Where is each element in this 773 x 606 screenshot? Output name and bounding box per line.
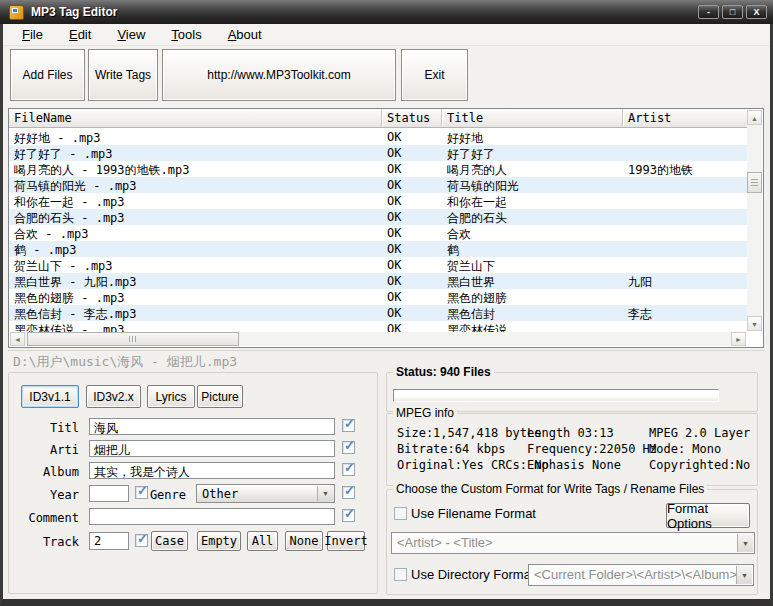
artist-apply-checkbox[interactable]: ✓	[342, 441, 355, 454]
menu-file[interactable]: File	[13, 25, 52, 44]
write-tags-button[interactable]: Write Tags	[88, 49, 158, 101]
table-row[interactable]: 合肥的石头 - .mp3OK合肥的石头	[9, 209, 747, 225]
table-row[interactable]: 喝月亮的人 - 1993的地铁.mp3OK喝月亮的人1993的地铁	[9, 161, 747, 177]
artist-label: Arti	[9, 443, 79, 457]
table-row[interactable]: 黑色的翅膀 - .mp3OK黑色的翅膀	[9, 289, 747, 305]
cell-title: 荷马镇的阳光	[442, 177, 623, 193]
cell-status: OK	[382, 161, 442, 177]
tab-picture[interactable]: Picture	[197, 385, 243, 408]
cell-status: OK	[382, 257, 442, 273]
cell-filename: 鹤 - .mp3	[9, 241, 382, 257]
table-row[interactable]: 贺兰山下 - .mp3OK贺兰山下	[9, 257, 747, 273]
table-row[interactable]: 黑白世界 - 九阳.mp3OK黑白世界九阳	[9, 273, 747, 289]
cell-artist: 九阳	[623, 273, 747, 289]
scroll-up-icon[interactable]: ▲	[747, 110, 762, 125]
column-header-title[interactable]: Title	[442, 109, 623, 127]
cell-filename: 黑色的翅膀 - .mp3	[9, 289, 382, 305]
maximize-button[interactable]: □	[722, 5, 743, 19]
mpeg-bitrate: Bitrate:64 kbps	[397, 442, 505, 456]
dropdown-arrow-icon[interactable]: ▼	[737, 534, 753, 552]
album-apply-checkbox[interactable]: ✓	[342, 463, 355, 476]
dropdown-arrow-icon[interactable]: ▼	[317, 486, 333, 501]
genre-dropdown[interactable]: Other ▼	[196, 484, 335, 503]
cell-filename: 合欢 - .mp3	[9, 225, 382, 241]
title-label: Titl	[9, 421, 79, 435]
comment-field[interactable]	[89, 508, 335, 525]
album-field[interactable]: 其实，我是个诗人	[89, 462, 335, 479]
table-row[interactable]: 黑色信封 - 李志.mp3OK黑色信封李志	[9, 305, 747, 321]
menu-view[interactable]: View	[108, 25, 154, 44]
progress-bar	[393, 389, 719, 402]
menu-about[interactable]: About	[219, 25, 271, 44]
none-button[interactable]: None	[285, 531, 323, 551]
cell-title: 合肥的石头	[442, 209, 623, 225]
format-options-button[interactable]: Format Options	[666, 503, 750, 528]
title-field[interactable]: 海风	[89, 418, 335, 435]
album-label: Album	[9, 465, 79, 479]
dropdown-arrow-icon[interactable]: ▼	[736, 566, 752, 584]
table-row[interactable]: 和你在一起 - .mp3OK和你在一起	[9, 193, 747, 209]
cell-status: OK	[382, 129, 442, 145]
menu-tools[interactable]: Tools	[162, 25, 210, 44]
file-table: FileName Status Title Artist 好好地 - .mp3O…	[8, 108, 764, 348]
empty-button[interactable]: Empty	[197, 531, 241, 551]
add-files-button[interactable]: Add Files	[10, 49, 85, 101]
menu-edit[interactable]: Edit	[60, 25, 100, 44]
column-header-artist[interactable]: Artist	[623, 109, 747, 127]
table-row[interactable]: 荷马镇的阳光 - .mp3OK荷马镇的阳光	[9, 177, 747, 193]
cell-status: OK	[382, 177, 442, 193]
track-apply-checkbox[interactable]: ✓	[135, 534, 148, 547]
cell-artist	[623, 289, 747, 305]
mpeg-length: Length 03:13	[527, 426, 614, 440]
comment-label: Comment	[9, 511, 79, 525]
scroll-right-icon[interactable]: ►	[731, 332, 746, 346]
year-field[interactable]	[89, 485, 129, 502]
cell-title: 和你在一起	[442, 193, 623, 209]
cell-status: OK	[382, 241, 442, 257]
title-bar[interactable]: MP3 Tag Editor - □ X	[0, 0, 773, 24]
column-header-filename[interactable]: FileName	[9, 109, 382, 127]
track-field[interactable]: 2	[89, 532, 129, 550]
vertical-scroll-thumb[interactable]	[747, 172, 762, 193]
case-button[interactable]: Case	[151, 531, 188, 551]
cell-status: OK	[382, 145, 442, 161]
genre-apply-checkbox[interactable]: ✓	[342, 486, 355, 499]
horizontal-scroll-thumb[interactable]	[27, 332, 239, 346]
artist-field[interactable]: 烟把儿	[89, 440, 335, 457]
exit-button[interactable]: Exit	[401, 49, 468, 101]
cell-status: OK	[382, 209, 442, 225]
genre-label: Genre	[139, 488, 186, 502]
horizontal-scrollbar[interactable]: ◄ ►	[10, 332, 746, 346]
table-row[interactable]: 好了好了 - .mp3OK好了好了	[9, 145, 747, 161]
window-controls: - □ X	[698, 5, 767, 19]
website-button[interactable]: http://www.MP3Toolkit.com	[162, 49, 396, 101]
title-apply-checkbox[interactable]: ✓	[342, 419, 355, 432]
tab-lyrics[interactable]: Lyrics	[147, 385, 195, 408]
use-filename-format-checkbox[interactable]	[394, 507, 407, 520]
scroll-down-icon[interactable]: ▼	[747, 316, 762, 331]
table-row[interactable]: 好好地 - .mp3OK好好地	[9, 129, 747, 145]
table-row[interactable]: 鹤 - .mp3OK鹤	[9, 241, 747, 257]
mpeg-mode: Mode: Mono	[649, 442, 721, 456]
comment-apply-checkbox[interactable]: ✓	[342, 509, 355, 522]
filename-format-dropdown[interactable]: <Artist> - <Title> ▼	[391, 532, 755, 554]
custom-format-title: Choose the Custom Format for Write Tags …	[393, 482, 707, 496]
filename-format-value: <Artist> - <Title>	[397, 535, 493, 550]
column-header-status[interactable]: Status	[382, 109, 442, 127]
invert-button[interactable]: Invert	[327, 531, 365, 551]
use-directory-format-checkbox[interactable]	[394, 568, 407, 581]
mpeg-original-crc: Original:Yes CRCs: No	[397, 458, 549, 472]
minimize-button[interactable]: -	[698, 5, 719, 19]
cell-status: OK	[382, 193, 442, 209]
tab-id3v1[interactable]: ID3v1.1	[21, 385, 79, 408]
directory-format-dropdown[interactable]: <Current Folder>\<Artist>\<Album>\ ▼	[528, 564, 754, 586]
all-button[interactable]: All	[247, 531, 278, 551]
table-row[interactable]: 合欢 - .mp3OK合欢	[9, 225, 747, 241]
scroll-left-icon[interactable]: ◄	[10, 332, 25, 346]
vertical-scrollbar[interactable]: ▲ ▼	[747, 110, 762, 331]
cell-title: 贺兰山下	[442, 257, 623, 273]
close-button[interactable]: X	[746, 5, 767, 19]
cell-artist	[623, 177, 747, 193]
tab-id3v2[interactable]: ID3v2.x	[86, 385, 141, 408]
cell-title: 黑色的翅膀	[442, 289, 623, 305]
